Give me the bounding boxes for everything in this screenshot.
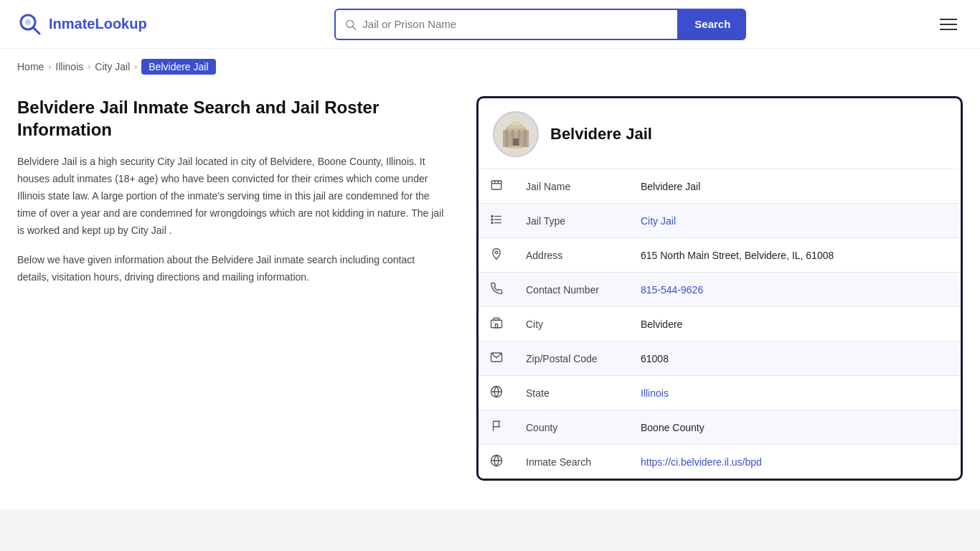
table-cell-link[interactable]: City Jail [641, 215, 676, 227]
table-cell-value[interactable]: 815-544-9626 [629, 273, 961, 307]
search-area: Search [334, 9, 746, 40]
jail-avatar [493, 111, 539, 157]
table-cell-label: Contact Number [514, 273, 629, 307]
card-title: Belvidere Jail [550, 125, 652, 143]
flag-icon [479, 410, 514, 445]
table-cell-link[interactable]: https://ci.belvidere.il.us/bpd [641, 456, 762, 468]
table-row: CityBelvidere [479, 307, 961, 342]
svg-rect-15 [509, 147, 523, 149]
table-cell-value: 61008 [629, 342, 961, 376]
info-card: Belvidere Jail Jail NameBelvidere JailJa… [476, 96, 963, 481]
page-sub-description: Below we have given information about th… [17, 252, 448, 286]
city-icon [479, 307, 514, 342]
table-cell-label: Jail Type [514, 204, 629, 238]
breadcrumb-sep-2: › [88, 62, 90, 72]
search-globe-icon [479, 445, 514, 479]
main-content: Belvidere Jail Inmate Search and Jail Ro… [0, 82, 980, 495]
svg-rect-28 [494, 318, 499, 320]
breadcrumb-sep-1: › [48, 62, 51, 72]
location-icon [479, 238, 514, 273]
logo[interactable]: InmateLookup [17, 11, 147, 37]
table-row: Jail NameBelvidere Jail [479, 169, 961, 204]
search-button[interactable]: Search [679, 9, 746, 40]
table-cell-value: 615 North Main Street, Belvidere, IL, 61… [629, 238, 961, 273]
svg-rect-16 [491, 181, 501, 189]
svg-point-23 [491, 215, 493, 217]
page-title: Belvidere Jail Inmate Search and Jail Ro… [17, 96, 448, 141]
table-row: Inmate Searchhttps://ci.belvidere.il.us/… [479, 445, 961, 479]
table-row: Contact Number815-544-9626 [479, 273, 961, 307]
table-cell-label: Inmate Search [514, 445, 629, 479]
svg-rect-9 [506, 130, 508, 147]
table-row: Zip/Postal Code61008 [479, 342, 961, 376]
table-cell-value: Belvidere [629, 307, 961, 342]
table-cell-label: Zip/Postal Code [514, 342, 629, 376]
breadcrumb-home[interactable]: Home [17, 61, 44, 72]
svg-rect-8 [512, 121, 520, 126]
svg-rect-12 [524, 130, 526, 147]
phone-icon [479, 273, 514, 307]
search-input[interactable] [362, 18, 669, 30]
svg-point-2 [25, 19, 31, 25]
svg-point-25 [491, 222, 493, 223]
breadcrumb-illinois[interactable]: Illinois [55, 61, 83, 72]
search-wrapper [334, 9, 679, 40]
globe-icon [479, 376, 514, 410]
table-cell-label: City [514, 307, 629, 342]
svg-rect-30 [496, 324, 498, 328]
svg-line-1 [33, 27, 39, 34]
breadcrumb: Home › Illinois › City Jail › Belvidere … [0, 49, 980, 82]
logo-text: InmateLookup [49, 16, 147, 32]
table-cell-value: Belvidere Jail [629, 169, 961, 204]
table-cell-label: Jail Name [514, 169, 629, 204]
breadcrumb-city-jail[interactable]: City Jail [95, 61, 130, 72]
table-cell-value[interactable]: https://ci.belvidere.il.us/bpd [629, 445, 961, 479]
table-row: StateIllinois [479, 376, 961, 410]
header: InmateLookup Search [0, 0, 980, 49]
info-table-body: Jail NameBelvidere JailJail TypeCity Jai… [479, 169, 961, 479]
table-cell-value[interactable]: Illinois [629, 376, 961, 410]
table-cell-link[interactable]: 815-544-9626 [641, 284, 703, 296]
table-row: Jail TypeCity Jail [479, 204, 961, 238]
table-row: CountyBoone County [479, 410, 961, 445]
table-cell-label: Address [514, 238, 629, 273]
jail-building-icon [499, 117, 533, 151]
list-icon [479, 204, 514, 238]
building-icon [479, 169, 514, 204]
logo-icon [17, 11, 43, 37]
page-description: Belvidere Jail is a high security City J… [17, 154, 448, 239]
svg-point-26 [495, 251, 498, 254]
breadcrumb-sep-3: › [134, 62, 137, 72]
table-cell-link[interactable]: Illinois [641, 387, 669, 399]
info-table: Jail NameBelvidere JailJail TypeCity Jai… [479, 169, 961, 479]
table-cell-label: State [514, 376, 629, 410]
svg-line-4 [353, 27, 356, 29]
left-content: Belvidere Jail Inmate Search and Jail Ro… [17, 96, 476, 481]
table-cell-label: County [514, 410, 629, 445]
hamburger-menu-button[interactable] [934, 13, 963, 36]
table-cell-value: Boone County [629, 410, 961, 445]
svg-rect-14 [510, 146, 522, 147]
footer [0, 509, 980, 551]
svg-point-24 [491, 219, 493, 220]
table-cell-value[interactable]: City Jail [629, 204, 961, 238]
mail-icon [479, 342, 514, 376]
card-header: Belvidere Jail [479, 98, 961, 169]
table-row: Address615 North Main Street, Belvidere,… [479, 238, 961, 273]
breadcrumb-current: Belvidere Jail [141, 59, 215, 75]
search-icon [344, 18, 357, 31]
